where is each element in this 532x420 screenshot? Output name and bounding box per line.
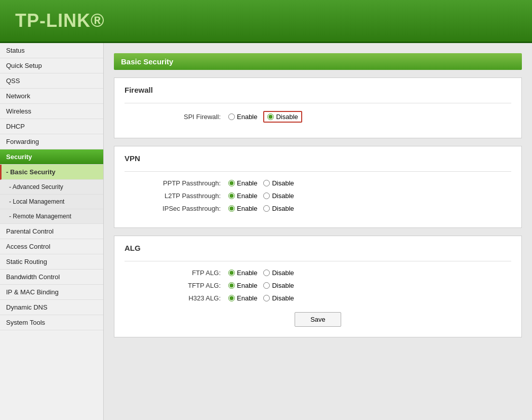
- sidebar-item-dhcp[interactable]: DHCP: [0, 119, 103, 134]
- l2tp-disable-radio[interactable]: [263, 193, 270, 199]
- pptp-enable-radio[interactable]: [228, 180, 235, 186]
- spi-firewall-enable-label: Enable: [237, 113, 257, 121]
- alg-title: ALG: [125, 244, 511, 255]
- h323-alg-disable-label: Disable: [272, 294, 294, 302]
- spi-firewall-row: SPI Firewall: Enable Disable: [125, 111, 511, 123]
- h323-alg-enable-option[interactable]: Enable: [228, 294, 257, 302]
- h323-alg-radio-group: Enable Disable: [228, 294, 294, 302]
- spi-firewall-label: SPI Firewall:: [140, 113, 221, 121]
- sidebar-item-remote-management[interactable]: - Remote Management: [0, 209, 103, 224]
- sidebar-item-network[interactable]: Network: [0, 89, 103, 104]
- ftp-alg-enable-option[interactable]: Enable: [228, 269, 257, 277]
- sidebar-item-advanced-security[interactable]: - Advanced Security: [0, 180, 103, 195]
- save-row: Save: [125, 312, 511, 327]
- tftp-alg-row: TFTP ALG: Enable Disable: [125, 282, 511, 289]
- h323-alg-row: H323 ALG: Enable Disable: [125, 294, 511, 302]
- alg-section: ALG FTP ALG: Enable Disable: [114, 236, 522, 337]
- h323-alg-enable-radio[interactable]: [228, 295, 235, 301]
- vpn-title: VPN: [125, 154, 511, 165]
- header: TP-LINK®: [0, 0, 532, 43]
- h323-alg-disable-option[interactable]: Disable: [263, 294, 294, 302]
- sidebar-item-forwarding[interactable]: Forwarding: [0, 134, 103, 149]
- spi-firewall-disable-option[interactable]: Disable: [267, 113, 298, 121]
- h323-alg-label: H323 ALG:: [140, 294, 221, 302]
- pptp-enable-option[interactable]: Enable: [228, 179, 257, 187]
- sidebar-item-wireless[interactable]: Wireless: [0, 104, 103, 119]
- sidebar-item-qss[interactable]: QSS: [0, 73, 103, 89]
- logo: TP-LINK®: [15, 10, 105, 31]
- logo-text: TP-LINK: [15, 10, 91, 31]
- vpn-section: VPN PPTP Passthrough: Enable Disable: [114, 146, 522, 228]
- sidebar-item-basic-security[interactable]: - Basic Security: [0, 165, 103, 180]
- ftp-alg-disable-option[interactable]: Disable: [263, 269, 294, 277]
- ipsec-disable-label: Disable: [272, 205, 294, 212]
- tftp-alg-enable-label: Enable: [237, 282, 257, 289]
- pptp-label: PPTP Passthrough:: [140, 179, 221, 187]
- ipsec-row: IPSec Passthrough: Enable Disable: [125, 205, 511, 212]
- tftp-alg-disable-option[interactable]: Disable: [263, 282, 294, 289]
- main-layout: Status Quick Setup QSS Network Wireless …: [0, 43, 532, 420]
- pptp-disable-option[interactable]: Disable: [263, 179, 294, 187]
- pptp-disable-radio[interactable]: [263, 180, 270, 186]
- tftp-alg-disable-label: Disable: [272, 282, 294, 289]
- save-button[interactable]: Save: [295, 312, 341, 327]
- spi-firewall-radio-group: Enable Disable: [228, 111, 302, 123]
- sidebar-item-static-routing[interactable]: Static Routing: [0, 254, 103, 270]
- sidebar-item-ip-mac-binding[interactable]: IP & MAC Binding: [0, 285, 103, 300]
- spi-firewall-disable-radio[interactable]: [267, 113, 274, 120]
- h323-alg-disable-radio[interactable]: [263, 295, 270, 301]
- sidebar-item-access-control[interactable]: Access Control: [0, 239, 103, 254]
- tftp-alg-radio-group: Enable Disable: [228, 282, 294, 289]
- sidebar-item-local-management[interactable]: - Local Management: [0, 195, 103, 209]
- ipsec-enable-option[interactable]: Enable: [228, 205, 257, 212]
- ftp-alg-enable-label: Enable: [237, 269, 257, 277]
- l2tp-radio-group: Enable Disable: [228, 192, 294, 200]
- l2tp-disable-option[interactable]: Disable: [263, 192, 294, 200]
- sidebar-item-parental-control[interactable]: Parental Control: [0, 224, 103, 239]
- l2tp-enable-option[interactable]: Enable: [228, 192, 257, 200]
- ipsec-disable-option[interactable]: Disable: [263, 205, 294, 212]
- tftp-alg-disable-radio[interactable]: [263, 282, 270, 289]
- pptp-disable-label: Disable: [272, 179, 294, 187]
- firewall-title: Firewall: [125, 86, 511, 97]
- l2tp-enable-label: Enable: [237, 192, 257, 200]
- pptp-row: PPTP Passthrough: Enable Disable: [125, 179, 511, 187]
- ipsec-radio-group: Enable Disable: [228, 205, 294, 212]
- ftp-alg-disable-radio[interactable]: [263, 270, 270, 276]
- sidebar-item-status[interactable]: Status: [0, 43, 103, 58]
- content-area: Basic Security Firewall SPI Firewall: En…: [104, 43, 532, 420]
- vpn-divider: [125, 171, 511, 172]
- l2tp-row: L2TP Passthrough: Enable Disable: [125, 192, 511, 200]
- sidebar-item-dynamic-dns[interactable]: Dynamic DNS: [0, 300, 103, 315]
- l2tp-enable-radio[interactable]: [228, 193, 235, 199]
- ipsec-disable-radio[interactable]: [263, 205, 270, 212]
- sidebar: Status Quick Setup QSS Network Wireless …: [0, 43, 104, 420]
- ftp-alg-radio-group: Enable Disable: [228, 269, 294, 277]
- spi-firewall-enable-option[interactable]: Enable: [228, 113, 257, 121]
- alg-divider: [125, 261, 511, 261]
- firewall-divider: [125, 103, 511, 103]
- l2tp-label: L2TP Passthrough:: [140, 192, 221, 200]
- ftp-alg-row: FTP ALG: Enable Disable: [125, 269, 511, 277]
- ftp-alg-label: FTP ALG:: [140, 269, 221, 277]
- tftp-alg-enable-option[interactable]: Enable: [228, 282, 257, 289]
- ftp-alg-enable-radio[interactable]: [228, 270, 235, 276]
- sidebar-item-system-tools[interactable]: System Tools: [0, 315, 103, 330]
- spi-firewall-disable-label: Disable: [276, 113, 298, 121]
- spi-firewall-enable-radio[interactable]: [228, 113, 235, 120]
- tftp-alg-enable-radio[interactable]: [228, 282, 235, 289]
- sidebar-item-quick-setup[interactable]: Quick Setup: [0, 58, 103, 73]
- sidebar-item-bandwidth-control[interactable]: Bandwidth Control: [0, 270, 103, 285]
- ftp-alg-disable-label: Disable: [272, 269, 294, 277]
- pptp-enable-label: Enable: [237, 179, 257, 187]
- pptp-radio-group: Enable Disable: [228, 179, 294, 187]
- ipsec-enable-radio[interactable]: [228, 205, 235, 212]
- l2tp-disable-label: Disable: [272, 192, 294, 200]
- sidebar-item-security[interactable]: Security: [0, 149, 103, 165]
- ipsec-enable-label: Enable: [237, 205, 257, 212]
- logo-reg: ®: [91, 10, 105, 31]
- spi-firewall-disable-highlight: Disable: [263, 111, 302, 123]
- tftp-alg-label: TFTP ALG:: [140, 282, 221, 289]
- firewall-section: Firewall SPI Firewall: Enable Disable: [114, 78, 522, 138]
- page-title: Basic Security: [114, 53, 522, 70]
